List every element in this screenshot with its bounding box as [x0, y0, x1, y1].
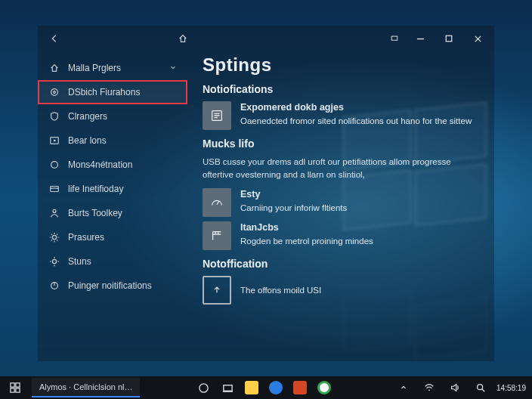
svg-rect-1: [446, 36, 452, 42]
search-icon[interactable]: [471, 378, 490, 397]
taskview-icon[interactable]: [218, 378, 237, 397]
volume-icon[interactable]: [445, 378, 465, 397]
svg-rect-17: [224, 385, 232, 391]
upload-tile-icon: [203, 276, 231, 305]
sidebar-item-label: Bear lons: [68, 135, 107, 146]
svg-rect-12: [11, 383, 14, 387]
tile-title: ltanJcbs: [240, 221, 373, 234]
sidebar-item-label: Prasures: [68, 232, 104, 243]
home-button[interactable]: [177, 32, 189, 45]
svg-rect-13: [16, 383, 20, 387]
taskbar-active-app[interactable]: Alymos · Cellniclsion nl…: [32, 378, 140, 397]
grid-tile-icon: [203, 221, 231, 250]
svg-point-8: [52, 235, 56, 239]
section-heading: Notiofications: [203, 83, 485, 95]
page-title: Sptings: [203, 54, 485, 76]
minimize-button[interactable]: [411, 29, 429, 48]
gear-icon: [48, 255, 60, 268]
sidebar-item-burts[interactable]: Burts Toolkey: [38, 201, 187, 225]
system-tray: 14:58:19: [388, 378, 532, 397]
start-button[interactable]: [0, 376, 30, 399]
close-button[interactable]: [469, 29, 487, 48]
titlebar: [38, 26, 494, 51]
sidebar-item-label: Clrangers: [68, 111, 107, 122]
sidebar-item-label: Mons4nétnation: [68, 159, 132, 170]
svg-rect-6: [51, 187, 59, 192]
edge-icon[interactable]: [266, 378, 286, 397]
target-icon: [48, 86, 60, 98]
setting-tile[interactable]: The offons moild USI: [203, 276, 485, 305]
cortana-icon[interactable]: [193, 378, 213, 397]
speed-tile-icon: [203, 188, 231, 217]
person-icon: [48, 207, 60, 219]
setting-tile[interactable]: ltanJcbs Rogden be metrol proining minde…: [203, 221, 485, 250]
shield-icon: [48, 110, 60, 122]
tile-desc: Carniing your inforiw fltients: [240, 203, 347, 212]
sidebar-item-notifications[interactable]: DSbich Fiurahons: [38, 80, 187, 104]
wifi-icon[interactable]: [419, 378, 439, 397]
section-heading: Notoffication: [203, 258, 485, 270]
maximize-button[interactable]: [440, 29, 458, 48]
sidebar-item-home[interactable]: Malla Prglers: [38, 56, 187, 80]
tile-title: Expomered dokb agjes: [240, 101, 472, 114]
tile-desc: Rogden be metrol proining mindes: [240, 237, 373, 246]
notifications-tile-icon: [203, 101, 231, 130]
tray-chevron-icon[interactable]: [394, 378, 413, 397]
svg-point-7: [53, 209, 56, 212]
tile-desc: Oaenedcted fromor sited nolifications ou…: [240, 116, 472, 125]
sidebar-item-label: Burts Toolkey: [68, 208, 122, 218]
sidebar-item-label: DSbich Fiurahons: [68, 87, 140, 97]
taskbar: Alymos · Cellniclsion nl… 14:58:19: [0, 376, 532, 399]
pin-icon[interactable]: [388, 32, 401, 45]
power-icon: [48, 280, 60, 292]
sidebar-item-stuns[interactable]: Stuns: [38, 249, 187, 274]
play-icon: [48, 135, 60, 147]
back-button[interactable]: [48, 32, 60, 45]
svg-rect-15: [16, 388, 20, 392]
settings-window: Malla Prglers DSbich Fiurahons Clrangers…: [38, 26, 494, 361]
main-panel: Sptings Notiofications Expomered dokb ag…: [187, 51, 494, 361]
sidebar-item-label: Malla Prglers: [68, 63, 121, 73]
svg-rect-0: [391, 36, 397, 40]
sidebar-item-label: Puinger noitifications: [68, 280, 152, 291]
sidebar: Malla Prglers DSbich Fiurahons Clrangers…: [38, 51, 187, 361]
tile-title: Esty: [240, 188, 347, 201]
section-heading: Mucks lifo: [203, 138, 485, 150]
sidebar-item-bearlons[interactable]: Bear lons: [38, 128, 187, 153]
section-desc: USB cusse your drems adl uroft our petif…: [203, 156, 475, 181]
sidebar-item-prasures[interactable]: Prasures: [38, 225, 187, 249]
svg-point-2: [51, 89, 58, 96]
taskbar-center: [140, 378, 388, 397]
sidebar-item-life[interactable]: life Inetifioday: [38, 177, 187, 201]
svg-point-18: [478, 385, 483, 390]
svg-point-5: [51, 162, 58, 169]
explorer-icon[interactable]: [242, 378, 261, 397]
svg-point-9: [52, 259, 56, 263]
chrome-icon[interactable]: [314, 378, 334, 397]
circle-icon: [48, 159, 60, 171]
gear-icon: [48, 231, 60, 243]
card-icon: [48, 183, 60, 195]
sidebar-item-power[interactable]: Puinger noitifications: [38, 274, 187, 298]
svg-rect-14: [11, 388, 14, 392]
powerpoint-icon[interactable]: [290, 378, 310, 397]
home-icon: [48, 62, 60, 74]
setting-tile[interactable]: Expomered dokb agjes Oaenedcted fromor s…: [203, 101, 485, 130]
sidebar-item-monetization[interactable]: Mons4nétnation: [38, 153, 187, 177]
chevron-down-icon: [169, 63, 177, 73]
sidebar-item-label: life Inetifioday: [68, 184, 123, 194]
svg-point-16: [200, 383, 208, 391]
setting-tile[interactable]: Esty Carniing your inforiw fltients: [203, 188, 485, 217]
svg-point-3: [54, 91, 56, 94]
taskbar-clock[interactable]: 14:58:19: [496, 384, 526, 392]
sidebar-item-label: Stuns: [68, 256, 91, 267]
tile-desc: The offons moild USI: [240, 286, 321, 295]
sidebar-item-changers[interactable]: Clrangers: [38, 104, 187, 128]
